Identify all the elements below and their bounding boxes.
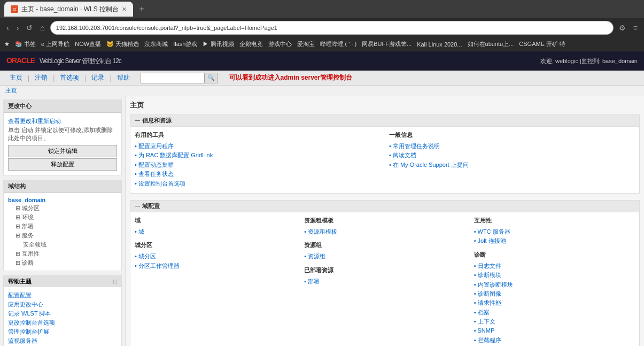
- oracle-logo: ORACLE WebLogic Server 管理控制台 12c: [6, 56, 121, 66]
- link-deployments[interactable]: 部署: [304, 278, 465, 286]
- link-config-app[interactable]: 配置应用程序: [135, 142, 381, 150]
- bookmark-jd[interactable]: 京东商城: [144, 40, 168, 48]
- menu-btn[interactable]: ≡: [631, 22, 640, 33]
- reload-button[interactable]: ↺: [24, 22, 35, 33]
- bookmark-bookmarks[interactable]: 📚 书签: [15, 40, 36, 48]
- bookmark-ubuntu[interactable]: 如何在ubuntu上...: [468, 40, 514, 48]
- release-config-button[interactable]: 释放配置: [8, 158, 117, 171]
- link-jolt[interactable]: Jolt 连接池: [474, 237, 635, 245]
- link-snmp[interactable]: SNMP: [474, 327, 635, 335]
- bookmark-csgame[interactable]: CSGAME 开矿 特: [519, 40, 565, 48]
- bookmark-tmall[interactable]: 🐱 天猫精选: [106, 40, 139, 48]
- bookmark-flash[interactable]: flash游戏: [173, 40, 197, 48]
- bookmark-esports[interactable]: 企鹅电竞: [239, 40, 263, 48]
- help-link-monitor[interactable]: 监视服务器: [8, 337, 117, 345]
- help-panel-close[interactable]: □: [113, 278, 117, 285]
- wls-search: 🔍: [141, 73, 218, 83]
- tree-item-interop[interactable]: ⊞ 互用性: [8, 249, 117, 258]
- resource-col: 资源租模板 资源租模板 资源组 资源组 已部署资源 部署: [304, 217, 465, 345]
- info-grid: 有用的工具 配置应用程序 为 RAC 数据库配置 GridLink 配置动态集群…: [135, 131, 635, 189]
- wls-header-title: WebLogic Server 管理控制台 12c: [40, 57, 121, 65]
- new-tab-button[interactable]: +: [135, 3, 148, 16]
- address-bar[interactable]: 192.168.100.203:7001/console/console.por…: [50, 21, 614, 35]
- link-builtin-diag[interactable]: 内置诊断模块: [474, 281, 635, 289]
- change-center-panel: 更改中心 查看更改和重新启动 单击 启动 并锁定以便可修改,添加或删除此处中的项…: [3, 99, 122, 175]
- link-req-perf[interactable]: 请求性能: [474, 299, 635, 307]
- tree-item-city-zone[interactable]: ⊞ 城分区: [8, 204, 117, 213]
- view-changes-link[interactable]: 查看更改和重新启动: [8, 117, 117, 125]
- link-diag-image[interactable]: 诊断图像: [474, 290, 635, 298]
- back-button[interactable]: ‹: [4, 22, 11, 33]
- breadcrumb-home[interactable]: 主页: [5, 87, 17, 94]
- deployed-resources-subsection: 已部署资源 部署: [304, 266, 465, 286]
- bookmark-nav[interactable]: e 上网导航: [41, 40, 69, 48]
- extensions-btn[interactable]: ⚙: [617, 22, 628, 33]
- bookmark-taobao[interactable]: 爱淘宝: [297, 40, 315, 48]
- collapse-info-icon[interactable]: —: [135, 118, 140, 124]
- deployed-title: 已部署资源: [304, 266, 465, 274]
- link-diag-module[interactable]: 诊断模块: [474, 271, 635, 279]
- link-archive[interactable]: 档案: [474, 309, 635, 317]
- nav-preferences[interactable]: 首选项: [56, 72, 83, 83]
- collapse-domain-icon[interactable]: —: [135, 203, 140, 209]
- link-task-status[interactable]: 查看任务状态: [135, 170, 381, 178]
- link-admin-tasks[interactable]: 常用管理任务说明: [389, 142, 635, 150]
- help-link-prefs[interactable]: 更改控制台首选项: [8, 319, 117, 327]
- search-input[interactable]: [141, 73, 205, 83]
- browser-tab[interactable]: O 主页 - base_domain · WLS 控制台 ✕: [4, 2, 133, 17]
- help-link-changes[interactable]: 应用更改中心: [8, 301, 117, 309]
- sidebar: 更改中心 查看更改和重新启动 单击 启动 并锁定以便可修改,添加或删除此处中的项…: [0, 96, 126, 346]
- nav-logout[interactable]: 注销: [30, 72, 52, 83]
- link-oracle-support[interactable]: 在 My Oracle Support 上提问: [389, 161, 635, 169]
- tree-item-deploy[interactable]: ⊞ 部署: [8, 222, 117, 231]
- city-zones-title: 城分区: [135, 241, 296, 249]
- link-context[interactable]: 上下文: [474, 318, 635, 326]
- bookmarks-bar: ★ 📚 书签 e 上网导航 NOW直播 🐱 天猫精选 京东商城 flash游戏 …: [0, 37, 644, 51]
- interop-diag-col: 互用性 WTC 服务器 Jolt 连接池 诊断 日志文件 诊断模块 内置诊断模块…: [474, 217, 635, 345]
- link-resource-group[interactable]: 资源组: [304, 252, 465, 260]
- tab-close-btn[interactable]: ✕: [122, 6, 127, 13]
- address-bar-row: ‹ › ↺ ⌂ 192.168.100.203:7001/console/con…: [0, 18, 644, 37]
- search-button[interactable]: 🔍: [205, 73, 218, 83]
- bookmark-tencent[interactable]: ▶ 腾讯视频: [203, 40, 234, 48]
- link-wtc[interactable]: WTC 服务器: [474, 228, 635, 236]
- tree-item-security[interactable]: 安全领域: [8, 240, 117, 249]
- diagnostics-subsection: 诊断 日志文件 诊断模块 内置诊断模块 诊断图像 请求性能 档案 上下文 SNM…: [474, 251, 635, 345]
- link-log-files[interactable]: 日志文件: [474, 262, 635, 270]
- lock-edit-button[interactable]: 锁定并编辑: [8, 145, 117, 157]
- link-resource-template[interactable]: 资源租模板: [304, 228, 465, 236]
- link-interceptor[interactable]: 拦截程序: [474, 336, 635, 344]
- browser-chrome: O 主页 - base_domain · WLS 控制台 ✕ + ‹ › ↺ ⌂…: [0, 0, 644, 51]
- nav-help[interactable]: 帮助: [113, 72, 134, 83]
- link-read-docs[interactable]: 阅读文档: [389, 151, 635, 159]
- link-city-zone[interactable]: 城分区: [135, 252, 296, 260]
- domain-root[interactable]: base_domain: [8, 196, 117, 204]
- home-button[interactable]: ⌂: [38, 22, 46, 33]
- address-text: 192.168.100.203:7001/console/console.por…: [56, 25, 608, 31]
- main-content: 主页 — 信息和资源 有用的工具 配置应用程序 为 RAC 数据库配置 Grid…: [126, 96, 644, 346]
- bookmark-bilibili[interactable]: 哔哩哔哩 ( ' · ): [320, 40, 357, 48]
- tree-item-services[interactable]: ⊞ 服务: [8, 231, 117, 240]
- bookmark-kali[interactable]: Kali Linux 2020...: [417, 41, 462, 48]
- tab-bar: O 主页 - base_domain · WLS 控制台 ✕ +: [0, 0, 644, 18]
- help-link-wlst[interactable]: 记录 WLST 脚本: [8, 310, 117, 318]
- bookmark-games[interactable]: 游戏中心: [268, 40, 292, 48]
- link-domain[interactable]: 域: [135, 228, 296, 236]
- nav-record[interactable]: 记录: [87, 72, 108, 83]
- success-message: 可以看到成功进入admin server管理控制台: [229, 73, 353, 82]
- domain-structure-panel: 域结构 base_domain ⊞ 城分区 ⊞ 环境 ⊞ 部署 ⊞ 服务 安全领…: [3, 180, 122, 271]
- help-link-extensions[interactable]: 管理控制台扩展: [8, 328, 117, 336]
- bookmark-buff[interactable]: 网易BUFF游戏饰...: [362, 40, 412, 48]
- help-link-config[interactable]: 配置配置: [8, 291, 117, 299]
- forward-button[interactable]: ›: [14, 22, 21, 33]
- breadcrumb: 主页 主页: [0, 86, 644, 96]
- nav-home[interactable]: 主页: [5, 72, 27, 83]
- link-dynamic-cluster[interactable]: 配置动态集群: [135, 161, 381, 169]
- link-zone-work-mgr[interactable]: 分区工作管理器: [135, 262, 296, 270]
- change-center-title: 更改中心: [4, 100, 121, 113]
- bookmark-live[interactable]: NOW直播: [75, 40, 101, 48]
- tree-item-environment[interactable]: ⊞ 环境: [8, 213, 117, 222]
- link-rac-gridlink[interactable]: 为 RAC 数据库配置 GridLink: [135, 151, 381, 159]
- link-console-prefs[interactable]: 设置控制台首选项: [135, 180, 381, 188]
- tree-item-diagnostics[interactable]: ⊞ 诊断: [8, 258, 117, 267]
